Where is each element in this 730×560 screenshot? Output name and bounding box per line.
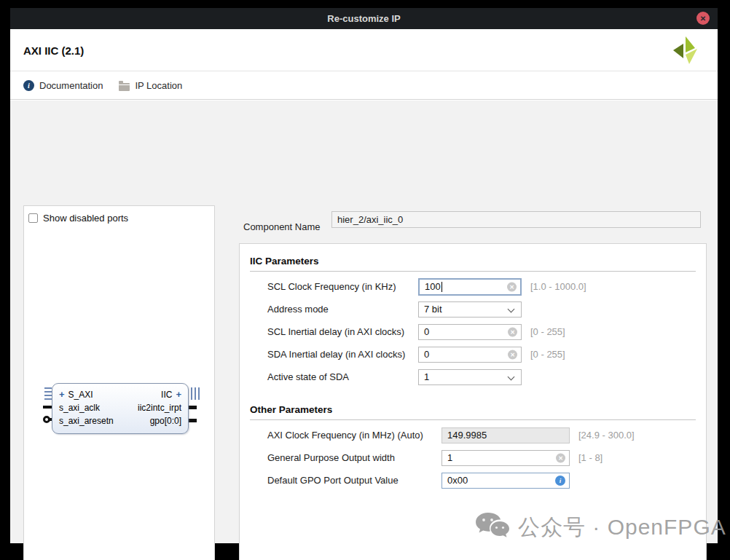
address-mode-select[interactable]: 7 bit: [418, 301, 522, 318]
show-disabled-ports-checkbox[interactable]: [28, 213, 38, 223]
close-button[interactable]: ✕: [696, 12, 710, 25]
clear-icon[interactable]: ✕: [507, 282, 517, 291]
info-icon: i: [555, 476, 565, 486]
iic-interface-stub: [191, 387, 200, 400]
port-label-gpo: gpo[0:0]: [150, 416, 181, 426]
expand-plus-icon[interactable]: +: [59, 389, 65, 400]
field-value: 1: [424, 371, 429, 382]
ip-name-title: AXI IIC (2.1): [23, 44, 84, 56]
field-value: 0: [424, 349, 429, 360]
dialog-title: Re-customize IP: [327, 13, 400, 24]
axi-clock-frequency-field: 149.9985: [441, 427, 570, 443]
param-row: General Purpose Output width 1 ✕ [1 - 8]: [250, 446, 696, 469]
port-row: s_axi_aresetn gpo[0:0]: [59, 414, 181, 427]
parameters-panel: IIC Parameters SCL Clock Frequency (in K…: [239, 243, 707, 560]
default-gpo-value-input[interactable]: 0x00 i: [441, 473, 570, 489]
range-hint: [0 - 255]: [530, 349, 565, 360]
s-axi-interface-stub: [44, 387, 52, 400]
port-row: s_axi_aclk iic2intc_irpt: [59, 401, 181, 414]
documentation-link[interactable]: i Documentation: [23, 80, 103, 91]
ip-block-diagram: + S_AXI IIC + s_axi_aclk iic2intc_irpt: [43, 378, 200, 439]
param-label: Active state of SDA: [267, 371, 418, 382]
field-value: 100: [425, 281, 441, 292]
range-hint: [0 - 255]: [530, 326, 565, 337]
scl-inertial-delay-input[interactable]: 0 ✕: [418, 324, 522, 340]
show-disabled-ports-checkbox-row[interactable]: Show disabled ports: [28, 213, 128, 224]
param-row: Default GPO Port Output Value 0x00 i: [250, 469, 696, 492]
dialog-header: AXI IIC (2.1): [10, 29, 718, 71]
recustomize-ip-dialog: Re-customize IP ✕ AXI IIC (2.1) i Docume…: [10, 8, 718, 543]
param-label: Default GPO Port Output Value: [267, 475, 441, 486]
titlebar: Re-customize IP ✕: [10, 8, 718, 29]
port-label-s-axi-aclk: s_axi_aclk: [59, 403, 100, 413]
port-label-s-axi-aresetn: s_axi_aresetn: [59, 416, 114, 426]
param-row: Active state of SDA 1: [250, 366, 696, 388]
field-value: 7 bit: [424, 304, 442, 315]
param-row: SDA Inertial delay (in AXI clocks) 0 ✕ […: [250, 343, 696, 366]
gpo-pin-stub: [189, 419, 197, 422]
clear-icon[interactable]: ✕: [508, 350, 517, 359]
block-preview-panel: Show disabled ports + S_AXI: [23, 205, 215, 560]
param-label: SCL Clock Frequency (in KHz): [267, 281, 418, 292]
param-row: Address mode 7 bit: [250, 298, 696, 320]
field-value: 0: [424, 326, 429, 337]
param-label: Address mode: [267, 304, 418, 315]
field-value: 0x00: [447, 475, 468, 486]
folder-icon: [119, 83, 130, 91]
ip-location-label: IP Location: [135, 80, 182, 91]
documentation-label: Documentation: [39, 80, 103, 91]
param-row: AXI Clock Frequency (in MHz) (Auto) 149.…: [250, 424, 696, 446]
param-row: SCL Clock Frequency (in KHz) 100 ✕ [1.0 …: [250, 275, 696, 298]
field-value: 1: [447, 452, 452, 463]
component-name-label: Component Name: [243, 221, 321, 232]
range-hint: [24.9 - 300.0]: [578, 430, 635, 441]
section-divider: [250, 419, 696, 420]
irq-pin-stub: [189, 406, 197, 409]
scl-clock-frequency-input[interactable]: 100 ✕: [418, 278, 522, 296]
info-icon: i: [23, 80, 34, 91]
dialog-content: Show disabled ports + S_AXI: [10, 100, 718, 543]
ip-block: + S_AXI IIC + s_axi_aclk iic2intc_irpt: [52, 383, 189, 434]
chevron-down-icon: [508, 305, 515, 312]
port-label-iic: IIC: [161, 390, 172, 400]
section-divider: [250, 271, 696, 272]
param-row: SCL Inertial delay (in AXI clocks) 0 ✕ […: [250, 320, 696, 343]
chevron-down-icon: [508, 373, 515, 380]
param-label: AXI Clock Frequency (in MHz) (Auto): [267, 430, 441, 441]
port-label-iic2intc-irpt: iic2intc_irpt: [138, 403, 181, 413]
field-value: 149.9985: [447, 430, 487, 441]
clear-icon[interactable]: ✕: [508, 327, 517, 336]
section-title: Other Parameters: [250, 388, 696, 415]
range-hint: [1 - 8]: [578, 452, 603, 463]
param-label: SDA Inertial delay (in AXI clocks): [267, 349, 418, 360]
dialog-toolbar: i Documentation IP Location: [10, 72, 718, 100]
port-row: + S_AXI IIC +: [59, 388, 181, 401]
gpo-width-input[interactable]: 1 ✕: [441, 450, 570, 466]
clear-icon[interactable]: ✕: [556, 453, 565, 462]
ip-location-link[interactable]: IP Location: [119, 80, 182, 91]
iic-parameters-section: IIC Parameters SCL Clock Frequency (in K…: [250, 244, 696, 388]
section-title: IIC Parameters: [250, 244, 696, 267]
expand-plus-icon[interactable]: +: [176, 389, 181, 400]
port-label-s-axi: S_AXI: [68, 390, 93, 400]
active-state-of-sda-select[interactable]: 1: [418, 369, 522, 385]
param-label: General Purpose Output width: [267, 452, 441, 463]
close-icon: ✕: [700, 15, 706, 23]
show-disabled-ports-label: Show disabled ports: [43, 213, 128, 224]
component-name-field[interactable]: hier_2/axi_iic_0: [331, 211, 701, 228]
other-parameters-section: Other Parameters AXI Clock Frequency (in…: [250, 388, 696, 492]
text-caret: [441, 282, 442, 292]
xilinx-logo-icon: [671, 36, 699, 66]
range-hint: [1.0 - 1000.0]: [530, 281, 586, 292]
param-label: SCL Inertial delay (in AXI clocks): [267, 326, 418, 337]
sda-inertial-delay-input[interactable]: 0 ✕: [418, 347, 522, 363]
